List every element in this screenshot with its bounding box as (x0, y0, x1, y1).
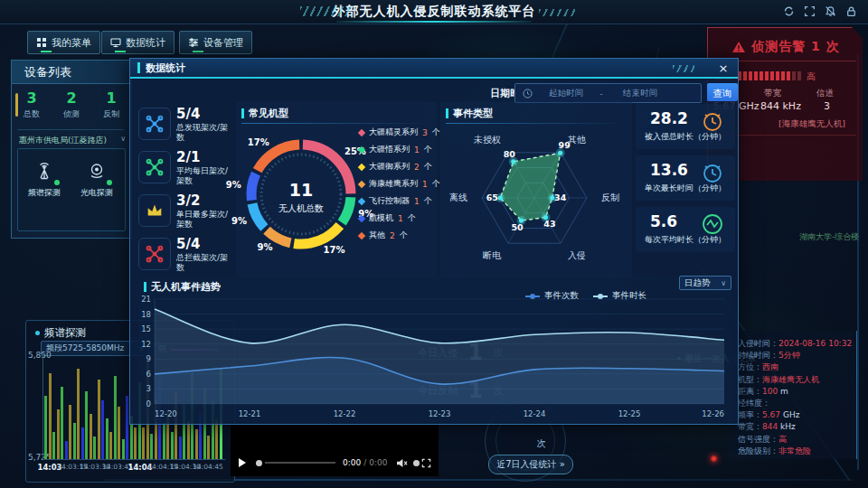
crown-icon-box (138, 194, 171, 227)
info-value: 高 (778, 435, 787, 444)
seek-track[interactable] (265, 462, 335, 464)
device-item-spectrum[interactable]: 频谱探测 (20, 160, 69, 199)
legend-item[interactable]: 其他2个 (359, 227, 440, 244)
volume-handle[interactable] (413, 460, 420, 466)
level-bar (754, 71, 758, 80)
donut-segment[interactable] (258, 145, 299, 171)
info-value: 844 (762, 422, 778, 431)
trend-y-tick: 15 (141, 324, 151, 333)
mute-icon[interactable] (396, 458, 408, 468)
legend-name: 飞行控制器 (369, 195, 410, 207)
legend-item[interactable]: 大疆御系列2个 (359, 158, 440, 175)
info-row: 信号强度：高 (738, 434, 856, 446)
legend-item[interactable]: 航模机1个 (359, 210, 440, 227)
spectrum-bar (73, 423, 76, 459)
date-range-input[interactable]: 起始时间 - 结束时间 (514, 83, 702, 103)
donut-center: 11 无人机总数 (256, 180, 346, 215)
info-label: 危险级别： (738, 446, 778, 455)
spectrum-bar (179, 436, 182, 459)
fullscreen-icon[interactable] (804, 5, 816, 17)
left-stat-card: 5/4总发现架次/架数 (138, 106, 234, 145)
drone-total-label: 无人机总数 (256, 202, 346, 215)
grid-icon (36, 37, 47, 48)
spectrum-bar (215, 419, 218, 459)
spectrum-bar (126, 396, 128, 459)
play-button[interactable] (238, 457, 247, 468)
info-row: 危险级别：非常危险 (738, 446, 856, 457)
legend-item[interactable]: 大疆精灵系列3个 (359, 124, 440, 141)
legend-diamond-icon (358, 128, 365, 136)
radar-axis-label: 其他 (568, 135, 586, 145)
legend-count-suffix: 个 (424, 144, 432, 155)
intrusion-info-panel: 入侵时间：2024-08-16 10:32持续时间：5分钟方位：西南机型：海康雄… (729, 331, 857, 459)
device-item-label: 光电探测 (72, 187, 121, 199)
info-value: 100 (762, 387, 778, 396)
data-stats-modal: 数据统计 × 日期时间: 起始时间 - 结束时间 查询 5/4总发现架次/架数2… (129, 58, 739, 425)
level-bar (787, 71, 790, 80)
spectrum-bar (142, 427, 145, 459)
legend-item[interactable]: 大疆悟系列1个 (359, 141, 440, 158)
menu-button-data-stats[interactable]: 数据统计 (101, 31, 175, 54)
donut-segment[interactable] (267, 230, 290, 243)
legend-diamond-icon (358, 214, 365, 221)
sync-icon[interactable] (783, 5, 795, 17)
divider (17, 129, 124, 130)
status-dot-online (54, 180, 60, 185)
site-row[interactable]: 惠州市供电局(江菱路店) ∨ (19, 135, 126, 146)
menu-button-my-menu[interactable]: 我的菜单 (27, 31, 100, 54)
lock-icon[interactable] (845, 5, 857, 17)
fullscreen-button[interactable] (421, 458, 431, 468)
legend-count: 1 (414, 197, 420, 206)
spectrum-bar (207, 436, 210, 459)
level-bar (792, 71, 796, 80)
info-label: 机型： (738, 375, 762, 384)
radar-axis-label: 断电 (483, 250, 502, 260)
device-item-optical[interactable]: 光电探测 (72, 160, 121, 199)
device-stat-label: 总数 (24, 108, 40, 120)
info-value: 海康雄鹰无人机 (762, 375, 819, 384)
radar-axis-label: 离线 (449, 192, 467, 202)
start-time-placeholder: 起始时间 (538, 88, 594, 99)
right-stat-card: 13.6单次最长时间（分钟） (636, 155, 735, 201)
right-stat-value: 28.2 (650, 109, 688, 127)
y-axis-line (42, 353, 43, 460)
legend-count: 2 (414, 163, 420, 172)
time-sep: / (363, 458, 366, 467)
donut-pct-label: 17% (324, 245, 345, 255)
menu-button-device-mgmt[interactable]: 设备管理 (179, 31, 252, 54)
legend-item[interactable]: 海康雄鹰系列1个 (359, 175, 440, 192)
menu-button-label: 设备管理 (203, 36, 243, 50)
trend-x-tick: 12-26 (702, 409, 724, 418)
radar-chart: 34反制99其他80未授权65离线50断电43入侵 (440, 126, 632, 276)
spectrum-bar (114, 376, 117, 459)
level-meter (738, 71, 803, 82)
radar-vertex-dot (498, 195, 503, 200)
modal-header: 数据统计 (130, 59, 738, 79)
left-stat-label: 总拦截架次/架数 (176, 253, 234, 273)
seek-handle[interactable] (256, 460, 262, 466)
header-hatch (300, 6, 353, 16)
time-current: 0:00 (343, 458, 361, 467)
query-button[interactable]: 查询 (707, 83, 738, 101)
common-models-panel: 常见机型 25%9%17%9%9%9%17% 11 无人机总数 大疆精灵系列3个… (236, 102, 437, 277)
spectrum-x-tick: 14:04:45 (193, 463, 223, 471)
camera-icon (85, 160, 108, 183)
donut-segment[interactable] (294, 225, 340, 244)
spectrum-bar (93, 436, 96, 459)
device-stat-label: 侦测 (63, 108, 80, 120)
video-player[interactable]: 0:00 / 0:00 (231, 423, 439, 476)
last-7-days-stats-button[interactable]: 近7日入侵统计 » (488, 455, 573, 474)
info-row: 持续时间：5分钟 (738, 350, 856, 361)
legend-count: 2 (390, 231, 395, 240)
alert-title-text: 侦测告警 1 次 (751, 39, 840, 55)
info-unit: GHz (780, 410, 799, 419)
spectrum-bar (171, 432, 174, 459)
close-icon[interactable]: × (714, 61, 732, 77)
legend-diamond-icon (358, 163, 365, 170)
trend-y-tick: 3 (146, 384, 151, 393)
info-row: 经纬度： (738, 398, 856, 409)
spectrum-bar (101, 400, 104, 459)
bell-off-icon[interactable] (825, 5, 836, 17)
header-hatch (539, 9, 575, 16)
legend-item[interactable]: 飞行控制器1个 (359, 192, 440, 210)
